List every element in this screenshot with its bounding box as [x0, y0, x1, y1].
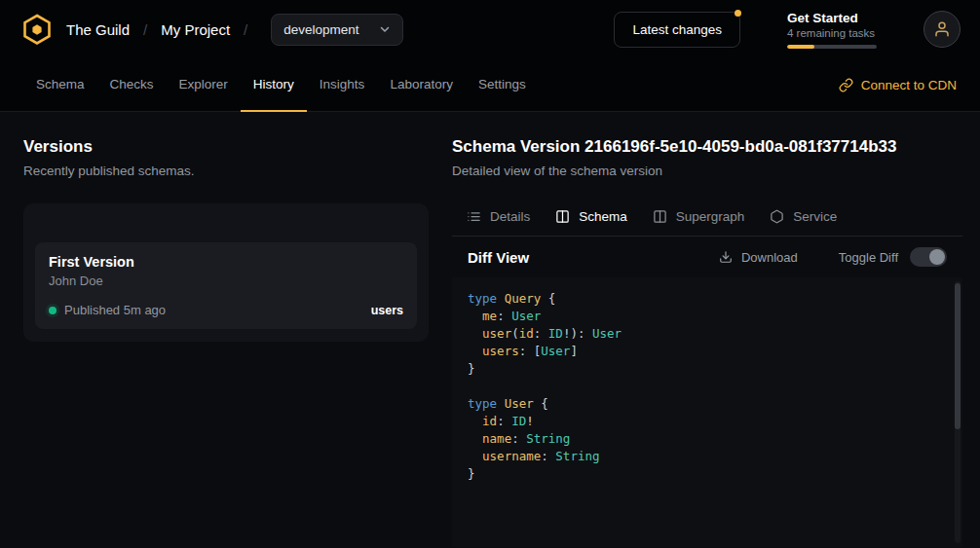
get-started-progress-fill — [787, 45, 814, 49]
breadcrumb-separator: / — [143, 21, 147, 38]
version-author: John Doe — [49, 274, 403, 288]
list-icon — [467, 209, 481, 224]
tab-schema-view[interactable]: Schema — [543, 198, 640, 236]
person-icon — [933, 20, 951, 38]
code-line: id: ID! — [468, 413, 939, 430]
main-nav: Schema Checks Explorer History Insights … — [0, 58, 980, 112]
diff-toggle-switch[interactable] — [910, 247, 947, 267]
diff-view-title: Diff View — [468, 249, 529, 266]
code-line: users: [User] — [468, 343, 939, 360]
tab-details-label: Details — [490, 209, 530, 224]
latest-changes-label: Latest changes — [632, 22, 722, 37]
code-line: type User { — [468, 395, 939, 413]
code-line: type Query { — [468, 290, 939, 308]
tab-service-label: Service — [793, 209, 837, 224]
get-started-title: Get Started — [787, 11, 881, 25]
get-started-subtitle: 4 remaining tasks — [787, 27, 881, 39]
download-label: Download — [741, 250, 798, 265]
version-meta-row: Published 5m ago users — [49, 303, 403, 317]
versions-subtitle: Recently published schemas. — [23, 164, 429, 178]
toggle-diff-label: Toggle Diff — [839, 250, 898, 265]
tab-service[interactable]: Service — [757, 198, 849, 236]
detail-tabs: Details Schema Supergraph — [452, 198, 962, 237]
tab-insights[interactable]: Insights — [307, 58, 378, 112]
code-viewer[interactable]: type Query { me: User user(id: ID!): Use… — [452, 277, 962, 547]
code-line: user(id: ID!): User — [468, 325, 939, 343]
breadcrumb-separator: / — [244, 21, 247, 38]
versions-list: First Version John Doe Published 5m ago … — [23, 203, 429, 342]
notification-dot-icon — [735, 10, 741, 17]
code-scrollbar-thumb[interactable] — [955, 283, 961, 429]
download-button[interactable]: Download — [713, 249, 804, 266]
code-line: } — [468, 360, 939, 378]
code-line: me: User — [468, 308, 939, 325]
code-block: type Query { me: User user(id: ID!): Use… — [468, 290, 939, 483]
versions-title: Versions — [23, 137, 429, 157]
grid-icon — [555, 209, 570, 224]
breadcrumb: The Guild / My Project / development — [66, 14, 403, 46]
tab-supergraph-label: Supergraph — [676, 209, 745, 224]
tab-history[interactable]: History — [241, 58, 307, 112]
tab-schema[interactable]: Schema — [23, 58, 97, 112]
top-section: The Guild / My Project / development Lat… — [0, 0, 980, 112]
app-root: The Guild / My Project / development Lat… — [0, 0, 980, 547]
version-status: Published 5m ago — [64, 303, 166, 317]
tab-settings[interactable]: Settings — [466, 58, 539, 112]
connect-to-cdn-link[interactable]: Connect to CDN — [839, 78, 957, 92]
connect-to-cdn-label: Connect to CDN — [861, 78, 957, 92]
grid-icon — [653, 209, 667, 224]
tab-details[interactable]: Details — [454, 198, 543, 236]
code-line: username: String — [468, 448, 939, 465]
chevron-down-icon — [379, 23, 391, 35]
code-scrollbar-track[interactable] — [955, 281, 961, 543]
code-line: } — [468, 465, 939, 483]
version-detail-panel: Details Schema Supergraph — [452, 198, 962, 547]
version-service-badge: users — [371, 304, 403, 317]
toggle-knob — [929, 249, 945, 265]
breadcrumb-project[interactable]: My Project — [161, 21, 230, 38]
diff-header: Diff View Download Toggle Diff — [452, 237, 962, 277]
download-icon — [719, 250, 733, 264]
topbar-right: Latest changes Get Started 4 remaining t… — [614, 11, 961, 49]
version-list-item[interactable]: First Version John Doe Published 5m ago … — [35, 242, 417, 329]
tab-supergraph[interactable]: Supergraph — [640, 198, 758, 236]
code-line: name: String — [468, 430, 939, 448]
code-line — [468, 378, 939, 395]
tab-explorer[interactable]: Explorer — [167, 58, 241, 112]
get-started-widget[interactable]: Get Started 4 remaining tasks — [787, 11, 881, 49]
cube-icon — [770, 209, 784, 224]
top-bar: The Guild / My Project / development Lat… — [0, 0, 980, 58]
get-started-progress — [787, 45, 877, 49]
hive-logo-icon[interactable] — [19, 12, 55, 47]
user-avatar[interactable] — [923, 11, 961, 48]
tab-checks[interactable]: Checks — [97, 58, 167, 112]
environment-selector-value: development — [283, 22, 358, 37]
main-content: Versions Recently published schemas. Fir… — [0, 112, 980, 547]
version-detail-section: Schema Version 2166196f-5e10-4059-bd0a-0… — [452, 126, 962, 547]
link-icon — [839, 78, 853, 92]
version-name: First Version — [49, 254, 403, 270]
tab-laboratory[interactable]: Laboratory — [377, 58, 466, 112]
latest-changes-button[interactable]: Latest changes — [614, 12, 740, 48]
tab-schema-view-label: Schema — [579, 209, 627, 224]
published-status-dot-icon — [49, 307, 57, 314]
version-detail-subtitle: Detailed view of the schema version — [452, 164, 962, 178]
environment-selector[interactable]: development — [271, 14, 402, 46]
versions-section: Versions Recently published schemas. Fir… — [23, 126, 429, 547]
breadcrumb-org[interactable]: The Guild — [66, 21, 130, 38]
version-detail-title: Schema Version 2166196f-5e10-4059-bd0a-0… — [452, 137, 962, 157]
